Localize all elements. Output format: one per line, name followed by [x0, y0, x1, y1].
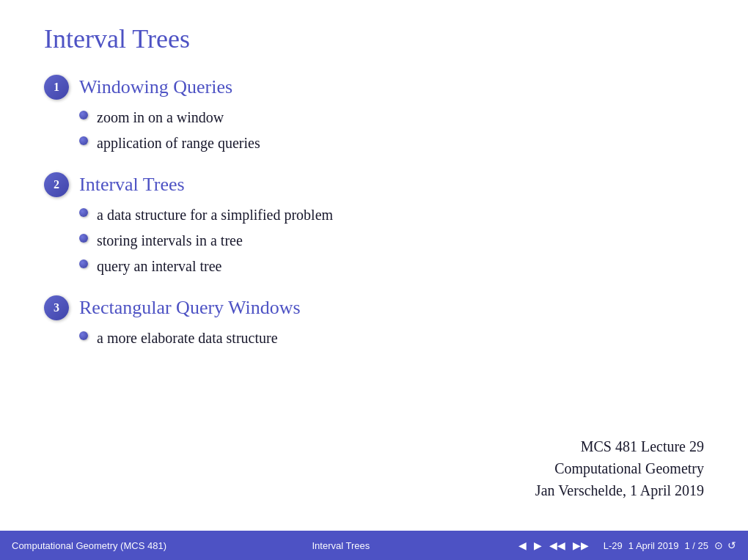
section-2: 2 Interval Trees a data structure for a … [44, 172, 704, 276]
attribution-line2: Computational Geometry [535, 457, 704, 479]
section-3: 3 Rectangular Query Windows a more elabo… [44, 295, 704, 348]
item-text: query an interval tree [97, 256, 221, 276]
nav-prev-button[interactable]: ◀ [516, 538, 529, 553]
section-3-items: a more elaborate data structure [79, 328, 704, 348]
item-text: application of range queries [97, 133, 260, 153]
list-item: zoom in on a window [79, 107, 704, 128]
list-item: storing intervals in a tree [79, 230, 704, 251]
search-icon[interactable]: ⊙ [714, 539, 723, 551]
bullet-icon [79, 331, 88, 340]
nav-center-label: Interval Trees [312, 540, 370, 551]
section-1-items: zoom in on a window application of range… [79, 107, 704, 153]
section-2-title: Interval Trees [79, 174, 185, 196]
item-text: a data structure for a simplified proble… [97, 205, 333, 225]
bullet-icon [79, 111, 88, 119]
section-3-number: 3 [44, 295, 69, 320]
item-text: zoom in on a window [97, 107, 224, 128]
nav-icons: ⊙ ↺ [714, 539, 736, 551]
section-1-number: 1 [44, 75, 69, 100]
attribution: MCS 481 Lecture 29 Computational Geometr… [535, 435, 704, 501]
section-3-header: 3 Rectangular Query Windows [44, 295, 704, 320]
zoom-icon[interactable]: ↺ [727, 539, 736, 551]
section-1-title: Windowing Queries [79, 76, 232, 98]
list-item: query an interval tree [79, 256, 704, 276]
list-item: application of range queries [79, 133, 704, 153]
section-2-header: 2 Interval Trees [44, 172, 704, 197]
section-1: 1 Windowing Queries zoom in on a window … [44, 75, 704, 153]
bullet-icon [79, 234, 88, 243]
nav-right: ◀ ▶ ◀◀ ▶▶ L-29 1 April 2019 1 / 25 ⊙ ↺ [504, 538, 748, 553]
nav-rewind-button[interactable]: ◀◀ [546, 538, 568, 553]
item-text: a more elaborate data structure [97, 328, 278, 348]
attribution-line3: Jan Verschelde, 1 April 2019 [535, 479, 704, 501]
nav-bar: Computational Geometry (MCS 481) Interva… [0, 531, 748, 560]
section-3-title: Rectangular Query Windows [79, 297, 301, 319]
nav-location: L-29 [604, 540, 623, 551]
nav-left-label: Computational Geometry (MCS 481) [0, 540, 178, 551]
bullet-icon [79, 208, 88, 217]
section-2-items: a data structure for a simplified proble… [79, 205, 704, 276]
nav-date: 1 April 2019 [628, 540, 679, 551]
list-item: a more elaborate data structure [79, 328, 704, 348]
bullet-icon [79, 259, 88, 268]
nav-controls: ◀ ▶ ◀◀ ▶▶ [516, 538, 592, 553]
item-text: storing intervals in a tree [97, 230, 243, 251]
bullet-icon [79, 136, 88, 145]
nav-first-button[interactable]: ▶ [531, 538, 545, 553]
slide-title: Interval Trees [44, 23, 704, 54]
section-1-header: 1 Windowing Queries [44, 75, 704, 100]
list-item: a data structure for a simplified proble… [79, 205, 704, 225]
nav-fast-forward-button[interactable]: ▶▶ [570, 538, 592, 553]
section-2-number: 2 [44, 172, 69, 197]
attribution-line1: MCS 481 Lecture 29 [535, 435, 704, 457]
nav-page: 1 / 25 [684, 540, 708, 551]
